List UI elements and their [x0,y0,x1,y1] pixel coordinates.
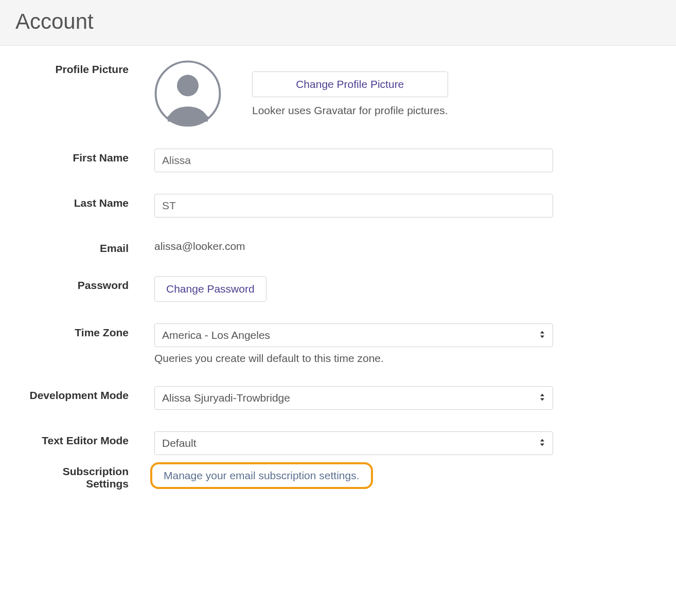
row-time-zone: Time Zone America - Los Angeles Queries … [21,323,655,365]
label-development-mode: Development Mode [21,386,154,402]
label-time-zone: Time Zone [21,323,154,339]
change-profile-picture-button[interactable]: Change Profile Picture [252,71,448,97]
label-subscription-settings: Subscription Settings [21,462,154,490]
subscription-highlight: Manage your email subscription settings. [150,462,373,489]
row-first-name: First Name [21,149,655,172]
profile-picture-helper: Looker uses Gravatar for profile picture… [252,104,448,117]
row-password: Password Change Password [21,276,655,302]
label-email: Email [21,239,154,255]
text-editor-mode-value: Default [162,437,197,449]
time-zone-value: America - Los Angeles [162,329,270,341]
row-subscription-settings: Subscription Settings Manage your email … [21,462,655,490]
page-title: Account [15,9,661,34]
row-last-name: Last Name [21,194,655,218]
page-header: Account [0,0,676,46]
account-form: Profile Picture Change Profile Picture [0,46,676,532]
time-zone-select[interactable]: America - Los Angeles [154,323,553,347]
development-mode-select[interactable]: Alissa Sjuryadi-Trowbridge [154,386,553,410]
email-value: alissa@looker.com [154,239,553,252]
label-profile-picture: Profile Picture [21,60,154,76]
label-password: Password [21,276,154,292]
label-text-editor-mode: Text Editor Mode [21,431,154,447]
row-text-editor-mode: Text Editor Mode Default [21,431,655,455]
row-development-mode: Development Mode Alissa Sjuryadi-Trowbri… [21,386,655,410]
label-first-name: First Name [21,149,154,164]
last-name-input[interactable] [154,194,553,218]
text-editor-mode-select[interactable]: Default [154,431,553,455]
svg-point-4 [177,75,199,97]
change-password-button[interactable]: Change Password [154,276,266,302]
label-last-name: Last Name [21,194,154,209]
manage-subscription-link[interactable]: Manage your email subscription settings. [164,469,360,481]
development-mode-value: Alissa Sjuryadi-Trowbridge [162,392,290,404]
first-name-input[interactable] [154,149,553,172]
row-profile-picture: Profile Picture Change Profile Picture [21,60,655,127]
avatar-icon [154,60,221,127]
row-email: Email alissa@looker.com [21,239,655,255]
time-zone-helper: Queries you create will default to this … [154,352,553,365]
